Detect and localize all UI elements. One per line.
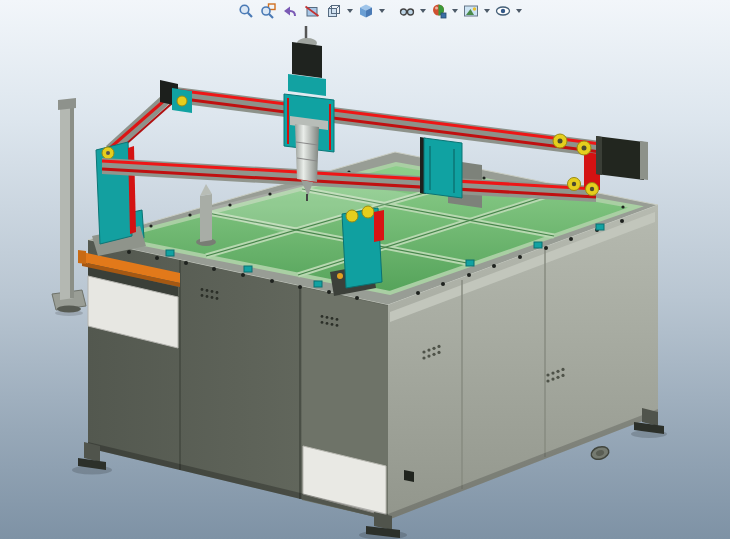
apply-scene-dropdown-icon[interactable]: [484, 9, 490, 13]
previous-view-button[interactable]: [280, 2, 300, 20]
back-arrow-icon: [282, 3, 298, 19]
fan-hole: [590, 445, 611, 462]
roller-block: [177, 96, 187, 106]
edit-appearance-button[interactable]: [429, 2, 449, 20]
spindle-body[interactable]: [295, 124, 319, 182]
display-style-button[interactable]: [356, 2, 376, 20]
section-view-button[interactable]: [302, 2, 322, 20]
apply-scene-button[interactable]: [461, 2, 481, 20]
display-style-dropdown-icon[interactable]: [379, 9, 385, 13]
center-carriage[interactable]: [420, 137, 462, 198]
view-settings-button[interactable]: [493, 2, 513, 20]
wire-cube-icon: [326, 3, 342, 19]
stepper-motor-z[interactable]: [292, 42, 322, 78]
view-settings-dropdown-icon[interactable]: [516, 9, 522, 13]
zoom-to-fit-button[interactable]: [236, 2, 256, 20]
stepper-motor-x[interactable]: [596, 136, 648, 180]
connector-plate: [404, 470, 414, 482]
model-viewport[interactable]: [0, 0, 730, 539]
toolbar-separator: [388, 11, 395, 12]
support-post[interactable]: [52, 98, 86, 313]
magnifier-area-icon: [260, 3, 276, 19]
cad-viewport[interactable]: [0, 0, 730, 539]
glasses-icon: [399, 3, 415, 19]
gantry-back-beam[interactable]: [160, 80, 640, 162]
zoom-to-area-button[interactable]: [258, 2, 278, 20]
view-toolbar: [236, 1, 523, 21]
view-orientation-dropdown-icon[interactable]: [347, 9, 353, 13]
scene-picture-icon: [463, 3, 479, 19]
edit-appearance-dropdown-icon[interactable]: [452, 9, 458, 13]
hide-show-items-button[interactable]: [397, 2, 417, 20]
eye-icon: [495, 3, 511, 19]
hide-show-items-dropdown-icon[interactable]: [420, 9, 426, 13]
color-sphere-icon: [431, 3, 447, 19]
view-orientation-button[interactable]: [324, 2, 344, 20]
magnifier-icon: [238, 3, 254, 19]
cut-cube-icon: [304, 3, 320, 19]
shaded-cube-icon: [358, 3, 374, 19]
